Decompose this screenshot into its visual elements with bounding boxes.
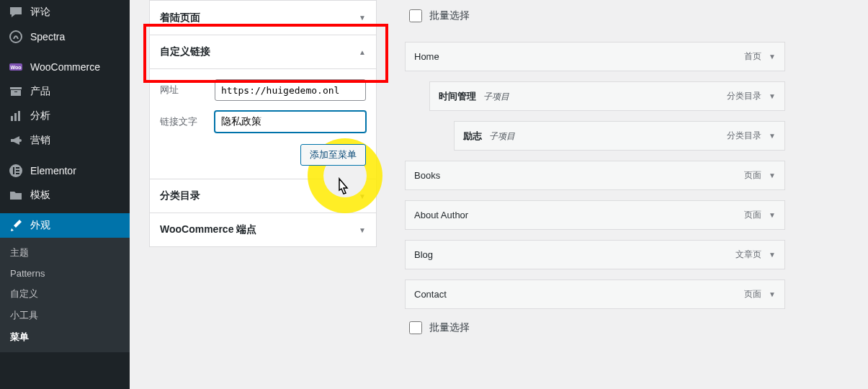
submenu-menus[interactable]: 菜单 xyxy=(0,326,130,348)
submenu-patterns[interactable]: Patterns xyxy=(0,264,130,283)
caret-down-icon: ▼ xyxy=(359,14,366,22)
accordion-woocommerce-endpoints[interactable]: WooCommerce 端点 ▼ xyxy=(150,213,376,246)
svg-rect-3 xyxy=(10,87,22,89)
menu-item-title: Home xyxy=(414,51,439,62)
sidebar-item-elementor[interactable]: Elementor xyxy=(0,158,130,183)
add-to-menu-button[interactable]: 添加至菜单 xyxy=(300,144,366,166)
submenu-customize[interactable]: 自定义 xyxy=(0,283,130,305)
sidebar-item-label: 分析 xyxy=(30,109,50,122)
admin-sidebar: 评论 Spectra Woo WooCommerce 产品 分析 营销 Elem… xyxy=(0,0,130,389)
menu-item[interactable]: 励志子项目分类目录▼ xyxy=(454,121,785,151)
bar-chart-icon xyxy=(9,109,23,123)
menu-item[interactable]: Contact页面▼ xyxy=(405,280,785,309)
accordion-label: WooCommerce 端点 xyxy=(160,223,256,236)
svg-rect-14 xyxy=(16,173,19,174)
caret-up-icon: ▲ xyxy=(359,48,366,56)
sidebar-item-analytics[interactable]: 分析 xyxy=(0,104,130,128)
archive-icon xyxy=(9,84,23,99)
menu-item-title: Blog xyxy=(414,249,433,260)
svg-point-9 xyxy=(19,139,22,142)
sidebar-item-label: 评论 xyxy=(30,6,50,19)
bulk-select-bottom[interactable]: 批量选择 xyxy=(406,319,785,336)
accordion-label: 自定义链接 xyxy=(160,45,210,58)
accordion-categories[interactable]: 分类目录 ▼ xyxy=(150,179,376,213)
svg-text:Woo: Woo xyxy=(10,65,21,70)
menu-item-subtitle: 子项目 xyxy=(483,91,509,103)
url-label: 网址 xyxy=(160,84,215,97)
menu-item-type: 文章页 xyxy=(735,249,761,261)
sidebar-item-comments[interactable]: 评论 xyxy=(0,0,130,24)
sidebar-item-label: 产品 xyxy=(30,85,50,98)
menu-item-title: Books xyxy=(414,170,440,181)
svg-rect-6 xyxy=(11,116,13,121)
svg-rect-11 xyxy=(13,167,14,174)
caret-down-icon[interactable]: ▼ xyxy=(769,171,776,179)
sidebar-item-appearance[interactable]: 外观 xyxy=(0,213,130,238)
svg-rect-4 xyxy=(11,90,21,96)
menu-item[interactable]: Home首页▼ xyxy=(405,42,785,71)
link-text-input[interactable] xyxy=(215,111,366,133)
bulk-select-label: 批量选择 xyxy=(429,321,470,334)
sidebar-item-spectra[interactable]: Spectra xyxy=(0,24,130,49)
menu-item-title: About Author xyxy=(414,210,468,220)
submenu-themes[interactable]: 主题 xyxy=(0,242,130,264)
woocommerce-icon: Woo xyxy=(9,60,23,74)
svg-rect-13 xyxy=(16,170,19,171)
caret-down-icon[interactable]: ▼ xyxy=(769,132,776,140)
menu-item-type: 分类目录 xyxy=(727,90,761,102)
accordion-landing-pages[interactable]: 着陆页面 ▼ xyxy=(150,1,376,35)
megaphone-icon xyxy=(9,133,23,148)
menu-item[interactable]: Books页面▼ xyxy=(405,161,785,190)
caret-down-icon: ▼ xyxy=(359,192,366,200)
sidebar-item-label: WooCommerce xyxy=(30,61,100,73)
sidebar-item-products[interactable]: 产品 xyxy=(0,79,130,104)
svg-rect-7 xyxy=(14,113,17,121)
bulk-select-checkbox[interactable] xyxy=(409,321,422,334)
caret-down-icon[interactable]: ▼ xyxy=(769,53,776,61)
sidebar-item-label: 外观 xyxy=(30,219,50,232)
bulk-select-label: 批量选择 xyxy=(429,9,470,22)
menu-item-title: 时间管理 xyxy=(439,90,476,103)
url-input[interactable] xyxy=(215,79,366,101)
accordion-label: 着陆页面 xyxy=(160,12,200,24)
menu-item-type: 页面 xyxy=(744,288,761,300)
menu-item-title: Contact xyxy=(414,289,447,300)
caret-down-icon[interactable]: ▼ xyxy=(769,251,776,259)
sidebar-item-woocommerce[interactable]: Woo WooCommerce xyxy=(0,55,130,79)
svg-rect-8 xyxy=(18,111,20,121)
menu-item-subtitle: 子项目 xyxy=(489,130,515,143)
caret-down-icon[interactable]: ▼ xyxy=(769,290,776,298)
menu-item[interactable]: Blog文章页▼ xyxy=(405,240,785,269)
caret-down-icon[interactable]: ▼ xyxy=(769,211,776,219)
accordion-custom-links[interactable]: 自定义链接 ▲ xyxy=(150,35,376,68)
sidebar-item-label: Spectra xyxy=(30,31,65,43)
menu-item-type: 页面 xyxy=(744,209,761,221)
link-text-label: 链接文字 xyxy=(160,115,215,128)
svg-rect-12 xyxy=(16,167,19,169)
sidebar-item-templates[interactable]: 模板 xyxy=(0,183,130,207)
sidebar-item-label: Elementor xyxy=(30,165,76,176)
brush-icon xyxy=(9,218,23,233)
accordion-label: 分类目录 xyxy=(160,189,200,202)
custom-link-form: 网址 链接文字 添加至菜单 xyxy=(150,68,376,179)
menu-item-type: 分类目录 xyxy=(727,130,761,142)
appearance-submenu: 主题 Patterns 自定义 小工具 菜单 xyxy=(0,238,130,352)
bulk-select-checkbox[interactable] xyxy=(409,9,422,22)
menu-item-type: 首页 xyxy=(744,50,761,63)
comment-icon xyxy=(9,5,23,19)
caret-down-icon[interactable]: ▼ xyxy=(769,92,776,100)
menu-item[interactable]: 时间管理子项目分类目录▼ xyxy=(429,81,785,111)
elementor-icon xyxy=(9,164,23,178)
submenu-widgets[interactable]: 小工具 xyxy=(0,305,130,326)
add-menu-items-panel: 着陆页面 ▼ 自定义链接 ▲ 网址 链接文字 添加至菜单 分类目录 ▼ WooC… xyxy=(149,0,377,247)
menu-items-list: Home首页▼时间管理子项目分类目录▼励志子项目分类目录▼Books页面▼Abo… xyxy=(405,42,785,309)
caret-down-icon: ▼ xyxy=(359,226,366,234)
menu-structure-panel: 批量选择 Home首页▼时间管理子项目分类目录▼励志子项目分类目录▼Books页… xyxy=(405,0,785,354)
folder-icon xyxy=(9,188,23,202)
svg-rect-5 xyxy=(14,91,17,92)
sidebar-item-marketing[interactable]: 营销 xyxy=(0,128,130,153)
menu-item[interactable]: About Author页面▼ xyxy=(405,200,785,230)
sidebar-item-label: 模板 xyxy=(30,189,50,202)
spectra-icon xyxy=(9,30,23,44)
bulk-select-top[interactable]: 批量选择 xyxy=(406,7,785,24)
